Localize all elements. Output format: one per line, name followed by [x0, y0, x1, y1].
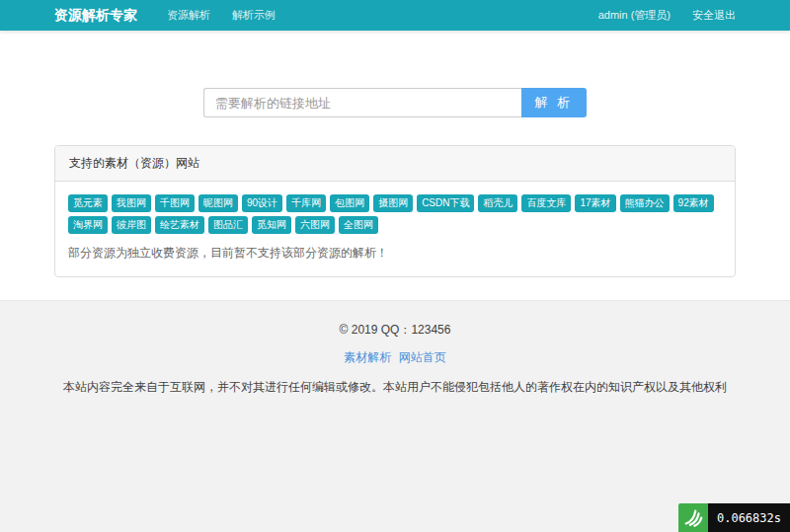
site-badge: 千库网 — [286, 194, 326, 212]
site-badge: 六图网 — [295, 216, 335, 234]
footer-links: 素材解析 网站首页 — [0, 349, 790, 366]
site-badge: 17素材 — [575, 194, 615, 212]
site-badge: 全图网 — [339, 216, 378, 234]
thinkphp-logo-icon[interactable] — [678, 503, 708, 532]
site-badge: 觅元素 — [68, 194, 108, 212]
nav-link[interactable]: 资源解析 — [167, 8, 210, 23]
supported-sites-panel: 支持的素材（资源）网站 觅元素 我图网 千图网 昵图网 90设计 千库网 — [54, 145, 736, 277]
parse-url-input[interactable] — [203, 88, 521, 117]
parse-search-bar: 解 析 — [0, 88, 790, 117]
footer-link[interactable]: 网站首页 — [399, 350, 446, 364]
main-content: 解 析 支持的素材（资源）网站 觅元素 我图网 千图网 昵图网 90设计 — [0, 31, 790, 300]
site-badge: 90设计 — [242, 194, 282, 212]
site-badge: 千图网 — [155, 194, 195, 212]
site-badge: 昵图网 — [198, 194, 238, 212]
logout-link[interactable]: 安全退出 — [692, 8, 736, 23]
nav-link[interactable]: 解析示例 — [232, 8, 276, 23]
copyright-text: © 2019 QQ：123456 — [0, 322, 790, 339]
logged-in-user: admin (管理员) — [598, 8, 671, 23]
debug-trace-widget: 0.066832s — [678, 503, 790, 532]
site-badge: 图品汇 — [208, 216, 248, 234]
site-badge: 摄图网 — [373, 194, 413, 212]
site-badge: 淘界网 — [68, 216, 108, 234]
page-footer: © 2019 QQ：123456 素材解析 网站首页 本站内容完全来自于互联网，… — [0, 300, 790, 532]
site-badge: 绘艺素材 — [155, 216, 204, 234]
disclaimer-text: 本站内容完全来自于互联网，并不对其进行任何编辑或修改。本站用户不能侵犯包括他人的… — [0, 379, 790, 396]
page-load-time: 0.066832s — [708, 503, 790, 532]
site-badge: 百度文库 — [521, 194, 571, 212]
parse-button[interactable]: 解 析 — [521, 88, 587, 117]
site-badge: 我图网 — [112, 194, 151, 212]
site-badge: 觅知网 — [252, 216, 291, 234]
site-badge: 92素材 — [673, 194, 714, 212]
site-badge: CSDN下载 — [417, 194, 474, 212]
site-badge: 彼岸图 — [112, 216, 151, 234]
panel-body: 觅元素 我图网 千图网 昵图网 90设计 千库网 包图网 摄图网 — [55, 182, 735, 276]
site-badge: 熊猫办公 — [620, 194, 670, 212]
nav-links: 资源解析 解析示例 — [167, 8, 276, 23]
footer-link[interactable]: 素材解析 — [344, 350, 391, 364]
site-badges: 觅元素 我图网 千图网 昵图网 90设计 千库网 包图网 摄图网 — [68, 194, 722, 234]
brand-title[interactable]: 资源解析专家 — [54, 7, 137, 25]
navbar: 资源解析专家 资源解析 解析示例 admin (管理员) 安全退出 — [0, 0, 790, 31]
panel-title: 支持的素材（资源）网站 — [55, 146, 735, 182]
nav-right: admin (管理员) 安全退出 — [598, 8, 736, 23]
paid-resource-note: 部分资源为独立收费资源，目前暂不支持该部分资源的解析！ — [68, 245, 722, 262]
site-badge: 稻壳儿 — [478, 194, 517, 212]
site-badge: 包图网 — [330, 194, 369, 212]
